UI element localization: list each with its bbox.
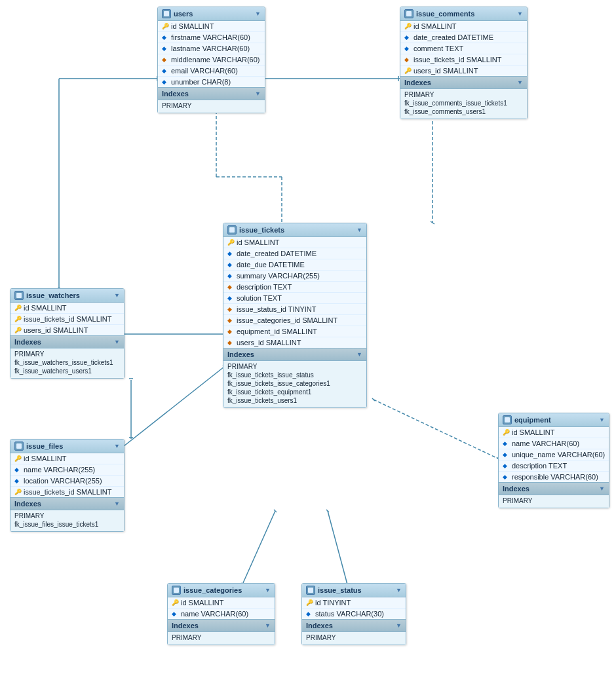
dropdown-icon[interactable]: ▼ — [255, 90, 261, 97]
key-icon: ◆ — [503, 451, 509, 458]
table-title-users: users — [174, 10, 193, 18]
index-row: PRIMARY — [404, 90, 523, 99]
table-row: ◆date_created DATETIME — [223, 248, 366, 259]
table-title: issue_watchers — [26, 291, 80, 299]
table-row: 🔑users_id SMALLINT — [10, 325, 124, 335]
svg-line-20 — [328, 511, 347, 584]
indexes-header: Indexes ▼ — [223, 348, 366, 361]
table-icon — [14, 291, 24, 300]
key-icon: ◆ — [227, 295, 234, 301]
dropdown-icon[interactable]: ▼ — [114, 339, 120, 345]
key-icon: ◆ — [404, 34, 411, 41]
indexes-body: PRIMARY fk_issue_tickets_issue_status fk… — [223, 361, 366, 407]
indexes-body: PRIMARY — [302, 632, 406, 645]
index-row: fk_issue_comments_issue_tickets1 — [404, 99, 523, 107]
table-equipment[interactable]: equipment ▼ 🔑id SMALLINT ◆name VARCHAR(6… — [498, 413, 609, 508]
table-header-issue-watchers: issue_watchers ▼ — [10, 289, 124, 303]
index-row: fk_issue_tickets_issue_status — [227, 371, 362, 379]
svg-line-18 — [274, 510, 277, 512]
table-issue-files[interactable]: issue_files ▼ 🔑id SMALLINT ◆name VARCHAR… — [10, 439, 125, 532]
svg-line-14 — [374, 400, 498, 459]
dropdown-icon[interactable]: ▼ — [265, 622, 271, 629]
key-icon: 🔑 — [404, 67, 411, 74]
table-row: 🔑id SMALLINT — [400, 21, 527, 32]
key-icon: ◆ — [227, 317, 234, 324]
indexes-header: Indexes ▼ — [400, 76, 527, 89]
table-row: ◆equipment_id SMALLINT — [223, 326, 366, 337]
indexes-header: Indexes ▼ — [10, 335, 124, 348]
dropdown-icon[interactable]: ▼ — [396, 622, 402, 629]
key-icon: 🔑 — [172, 599, 178, 606]
table-row: 🔑id SMALLINT — [158, 21, 265, 32]
dropdown-icon[interactable]: ▼ — [599, 417, 605, 423]
dropdown-icon[interactable]: ▼ — [114, 443, 120, 449]
index-row: PRIMARY — [14, 350, 120, 358]
key-icon: ◆ — [162, 67, 168, 74]
table-issue-comments[interactable]: issue_comments ▼ 🔑id SMALLINT ◆date_crea… — [400, 7, 528, 119]
index-row: fk_issue_files_issue_tickets1 — [14, 520, 120, 529]
table-issue-tickets[interactable]: issue_tickets ▼ 🔑id SMALLINT ◆date_creat… — [223, 223, 367, 408]
key-icon: ◆ — [404, 45, 411, 52]
table-row: ◆lastname VARCHAR(60) — [158, 43, 265, 54]
table-issue-categories[interactable]: issue_categories ▼ 🔑id SMALLINT ◆name VA… — [167, 583, 275, 645]
dropdown-icon[interactable]: ▼ — [114, 292, 120, 299]
key-icon: ◆ — [503, 440, 509, 447]
table-row: 🔑id SMALLINT — [223, 237, 366, 248]
table-title: issue_categories — [183, 586, 242, 594]
key-icon: ◆ — [227, 272, 234, 279]
dropdown-icon[interactable]: ▼ — [356, 351, 362, 358]
table-row: ◆unumber CHAR(8) — [158, 77, 265, 87]
table-icon — [227, 225, 237, 235]
table-row: ◆issue_status_id TINYINT — [223, 304, 366, 315]
dropdown-icon[interactable]: ▼ — [265, 587, 271, 593]
indexes-header: Indexes ▼ — [302, 619, 406, 632]
dropdown-icon[interactable]: ▼ — [517, 10, 523, 17]
dropdown-icon[interactable]: ▼ — [517, 79, 523, 86]
table-row: ◆name VARCHAR(255) — [10, 464, 124, 476]
table-row: 🔑id SMALLINT — [168, 597, 275, 609]
table-title: issue_tickets — [239, 226, 284, 234]
indexes-body: PRIMARY fk_issue_files_issue_tickets1 — [10, 510, 124, 531]
table-row: ◆issue_categories_id SMALLINT — [223, 315, 366, 326]
table-row: ◆name VARCHAR(60) — [168, 609, 275, 619]
index-row: fk_issue_tickets_equipment1 — [227, 388, 362, 396]
index-row: PRIMARY — [162, 102, 261, 110]
table-row: ◆date_due DATETIME — [223, 259, 366, 271]
table-row: ◆summary VARCHAR(255) — [223, 271, 366, 282]
table-row: ◆description TEXT — [223, 282, 366, 293]
table-row: ◆firstname VARCHAR(60) — [158, 32, 265, 43]
dropdown-icon[interactable]: ▼ — [396, 587, 402, 593]
table-row: 🔑users_id SMALLINT — [400, 66, 527, 76]
table-row: 🔑id SMALLINT — [10, 453, 124, 464]
dropdown-icon[interactable]: ▼ — [114, 500, 120, 507]
key-icon: ◆ — [503, 462, 509, 469]
key-icon: 🔑 — [14, 489, 21, 495]
table-body: 🔑id SMALLINT ◆name VARCHAR(60) — [168, 597, 275, 619]
key-icon: ◆ — [162, 56, 168, 63]
table-header-issue-categories: issue_categories ▼ — [168, 584, 275, 597]
index-row: PRIMARY — [306, 633, 402, 642]
table-row: 🔑issue_tickets_id SMALLINT — [10, 487, 124, 497]
key-icon: ◆ — [227, 284, 234, 290]
table-icon — [404, 9, 414, 18]
dropdown-icon[interactable]: ▼ — [356, 227, 362, 233]
table-issue-status[interactable]: issue_status ▼ 🔑id TINYINT ◆status VARCH… — [301, 583, 406, 645]
key-icon: 🔑 — [14, 327, 21, 333]
table-users[interactable]: users ▼ 🔑id SMALLINT ◆firstname VARCHAR(… — [157, 7, 265, 113]
key-icon: ◆ — [14, 466, 21, 473]
index-row: fk_issue_tickets_users1 — [227, 396, 362, 405]
svg-line-21 — [326, 510, 329, 512]
key-icon: ◆ — [227, 339, 234, 346]
dropdown-icon-users[interactable]: ▼ — [255, 10, 261, 17]
table-issue-watchers[interactable]: issue_watchers ▼ 🔑id SMALLINT 🔑issue_tic… — [10, 288, 125, 379]
svg-line-30 — [108, 367, 224, 459]
key-icon: 🔑 — [227, 239, 234, 246]
indexes-body: PRIMARY — [499, 495, 609, 508]
key-icon: ◆ — [14, 478, 21, 484]
dropdown-icon[interactable]: ▼ — [599, 485, 605, 492]
key-icon: 🔑 — [14, 316, 21, 322]
table-header-equipment: equipment ▼ — [499, 413, 609, 427]
key-icon: 🔑 — [503, 429, 509, 436]
index-row: fk_issue_tickets_issue_categories1 — [227, 379, 362, 388]
indexes-header: Indexes ▼ — [168, 619, 275, 632]
